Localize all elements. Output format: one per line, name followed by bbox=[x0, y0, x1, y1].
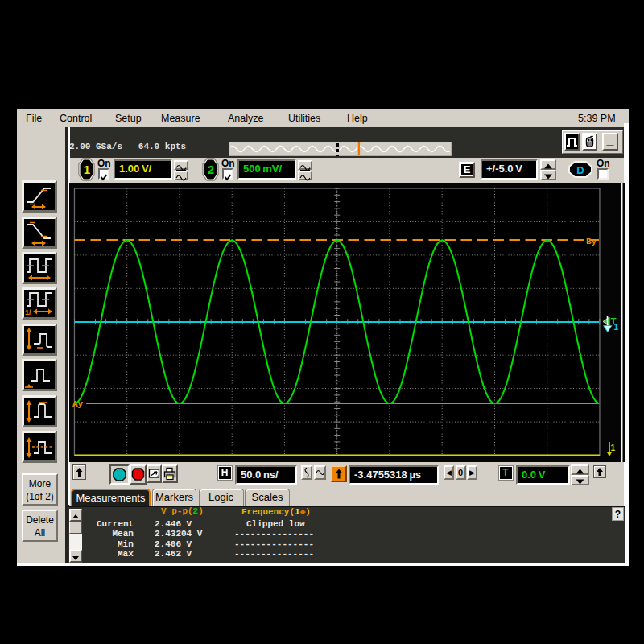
svg-text:2: 2 bbox=[208, 163, 214, 176]
svg-text:1: 1 bbox=[611, 444, 616, 452]
svg-text:1: 1 bbox=[84, 163, 90, 176]
svg-text:D: D bbox=[576, 164, 584, 176]
svg-text:By: By bbox=[586, 237, 597, 246]
svg-text:1/: 1/ bbox=[25, 308, 31, 316]
svg-text:1: 1 bbox=[614, 323, 619, 332]
